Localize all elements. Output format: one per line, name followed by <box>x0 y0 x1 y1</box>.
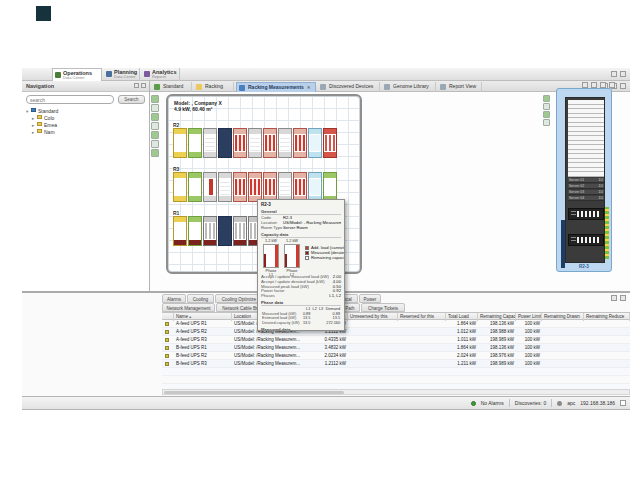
tree-item-label: Colo <box>44 115 54 121</box>
table-row[interactable]: B-feed UPS R3US/Model: /Racking Measurem… <box>162 360 630 368</box>
rack-top-band <box>324 173 336 178</box>
server-u-label: 1U <box>599 178 603 182</box>
pdu-tool-icon[interactable] <box>151 131 159 139</box>
rack[interactable] <box>218 128 232 158</box>
bottom-tab-charge-tickets[interactable]: Charge Tickets <box>361 303 405 312</box>
rack[interactable] <box>308 172 322 202</box>
operations-tab-icon <box>55 72 61 78</box>
front-view-icon[interactable] <box>543 95 550 102</box>
maximize-panel-icon[interactable] <box>620 71 626 77</box>
panel-menu-icon[interactable] <box>609 82 615 88</box>
minimize-panel-icon[interactable] <box>611 71 617 77</box>
rack[interactable] <box>188 128 202 158</box>
rack[interactable] <box>233 172 247 202</box>
rear-view-icon[interactable] <box>543 103 550 110</box>
rack[interactable] <box>263 128 277 158</box>
bottom-tab-cooling[interactable]: Cooling <box>187 294 214 303</box>
cooling-tool-icon[interactable] <box>151 140 159 148</box>
search-button[interactable]: Search <box>118 95 145 104</box>
tree-item-emea[interactable]: Emea <box>22 122 149 129</box>
rack[interactable] <box>293 172 307 202</box>
tree-item-root[interactable]: Standard <box>22 108 149 115</box>
table-row[interactable]: A-feed UPS R2US/Model: /Racking Measurem… <box>162 328 630 336</box>
editor-tab-racking[interactable]: Racking <box>194 82 234 92</box>
rack-elevation[interactable]: Server 011UServer 021UServer 031UServer … <box>565 97 605 263</box>
rack-row-r2 <box>173 128 337 158</box>
rack-server-item[interactable]: Server 011U <box>568 178 604 183</box>
rack[interactable] <box>263 172 277 202</box>
editor-tab-icon <box>239 85 245 91</box>
tooltip-table-cell: 13.5 <box>302 316 312 320</box>
tree-item-colo[interactable]: Colo <box>22 115 149 122</box>
scrollbar-thumb[interactable] <box>164 391 344 394</box>
cell-limit: 100 kW <box>516 336 542 344</box>
rack-server-item[interactable]: Server 031U <box>568 190 604 195</box>
editor-tab-racking-measurements[interactable]: Racking Measurements <box>236 82 316 92</box>
perspective-tab-sublabel: Reports <box>152 75 176 80</box>
layers-icon[interactable] <box>543 111 550 118</box>
rack[interactable] <box>173 172 187 202</box>
tooltip-field-room-type: Room TypeServer Room <box>261 226 341 231</box>
perspective-tab-analytics[interactable]: AnalyticsReports <box>142 68 180 81</box>
perspective-tab-planning[interactable]: PlanningData Center <box>104 68 140 81</box>
rack-server-item[interactable]: Server 041U <box>568 196 604 201</box>
editor-tab-discovered-devices[interactable]: Discovered Devices <box>318 82 380 92</box>
tooltip-general-fields: CodeR2-3LocationUS/Model: - Racking Meas… <box>261 216 341 230</box>
rack[interactable] <box>188 172 202 202</box>
estimated-load-bar <box>296 245 299 267</box>
detach-panel-icon[interactable] <box>141 83 146 88</box>
rack[interactable] <box>188 216 202 246</box>
rack-server-item[interactable]: Server 021U <box>568 184 604 189</box>
rack[interactable] <box>278 128 292 158</box>
rack[interactable] <box>173 128 187 158</box>
table-row[interactable]: A-feed UPS R3US/Model: /Racking Measurem… <box>162 336 630 344</box>
rack-body-area <box>235 223 245 239</box>
rack[interactable] <box>233 128 247 158</box>
rack[interactable] <box>218 172 232 202</box>
pan-tool-icon[interactable] <box>151 104 159 112</box>
editor-maximize-icon[interactable] <box>620 83 626 89</box>
tree-item-nam[interactable]: Nam <box>22 129 149 136</box>
rack[interactable] <box>323 128 337 158</box>
select-tool-icon[interactable] <box>151 95 159 103</box>
rack[interactable] <box>203 128 217 158</box>
rack-bottom-band <box>324 152 336 157</box>
bottom-tab-cooling-optimize[interactable]: Cooling Optimize <box>215 294 263 303</box>
editor-tab-genome-library[interactable]: Genome Library <box>382 82 436 92</box>
rack[interactable] <box>203 216 217 246</box>
bottom-tab-network-management[interactable]: Network Management <box>162 303 215 312</box>
rack[interactable] <box>233 216 247 246</box>
rack-patch-panel[interactable] <box>568 234 604 246</box>
rack[interactable] <box>218 216 232 246</box>
rack[interactable] <box>323 172 337 202</box>
rack[interactable] <box>248 172 262 202</box>
table-row[interactable]: B-feed UPS R2US/Model: /Racking Measurem… <box>162 352 630 360</box>
rack[interactable] <box>308 128 322 158</box>
rack-tool-icon[interactable] <box>151 122 159 130</box>
bottom-tab-alarms[interactable]: Alarms <box>162 294 186 303</box>
rack[interactable] <box>203 172 217 202</box>
table-horizontal-scrollbar[interactable] <box>162 389 630 395</box>
rack[interactable] <box>248 128 262 158</box>
panel-maximize-icon[interactable] <box>620 295 626 301</box>
rack-bottom-band <box>309 152 321 157</box>
table-row[interactable]: B-feed UPS R1US/Model: /Racking Measurem… <box>162 344 630 352</box>
perspective-tab-operations[interactable]: OperationsData Center <box>52 68 102 81</box>
zoom-tool-icon[interactable] <box>151 113 159 121</box>
properties-icon[interactable] <box>543 119 550 126</box>
search-input[interactable] <box>26 95 114 104</box>
panel-minimize-icon[interactable] <box>611 295 617 301</box>
rack[interactable] <box>293 128 307 158</box>
table-row[interactable]: A-feed UPS R1US/Model: /Racking Measurem… <box>162 320 630 328</box>
measure-tool-icon[interactable] <box>151 149 159 157</box>
rack-patch-panel[interactable] <box>568 208 604 220</box>
editor-tab-standard[interactable]: Standard <box>152 82 192 92</box>
collapse-panel-icon[interactable] <box>134 83 139 88</box>
grid-view-icon[interactable] <box>620 400 626 406</box>
rack[interactable] <box>173 216 187 246</box>
editor-tab-report-view[interactable]: Report View <box>438 82 482 92</box>
close-tab-icon[interactable] <box>307 85 311 90</box>
rack-elevation-panel[interactable]: Server 011UServer 021UServer 031UServer … <box>556 88 612 272</box>
bottom-tab-power[interactable]: Power <box>359 294 381 303</box>
rack[interactable] <box>278 172 292 202</box>
